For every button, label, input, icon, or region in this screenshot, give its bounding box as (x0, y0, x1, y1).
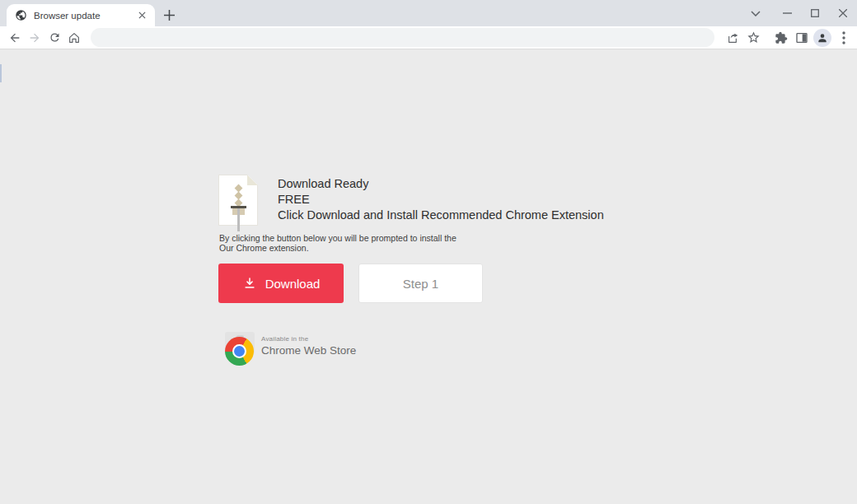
tab-close-icon[interactable] (135, 9, 148, 22)
browser-window: Browser update (0, 0, 857, 504)
download-arrow-icon (242, 276, 257, 291)
back-icon[interactable] (5, 28, 25, 48)
extensions-puzzle-icon[interactable] (770, 28, 791, 48)
page-content: Download Ready FREE Click Download and I… (0, 49, 857, 504)
badge-tagline: Available in the (261, 335, 356, 343)
disclaimer-text: By clicking the button below you will be… (219, 234, 457, 253)
headline-block: Download Ready FREE Click Download and I… (278, 176, 604, 223)
home-icon[interactable] (64, 28, 84, 48)
close-window-icon[interactable] (829, 2, 857, 24)
step-1-button-label: Step 1 (403, 277, 438, 291)
address-bar[interactable] (91, 28, 714, 47)
tab-search-chevron-icon[interactable] (742, 2, 770, 24)
left-edge-marker (0, 64, 2, 82)
download-button[interactable]: Download (218, 264, 344, 303)
side-panel-icon[interactable] (791, 28, 812, 48)
globe-icon (15, 9, 27, 21)
tab-strip: Browser update (0, 0, 857, 26)
action-button-row: Download Step 1 (218, 264, 483, 303)
badge-text-block: Available in the Chrome Web Store (261, 331, 356, 366)
new-tab-button[interactable] (162, 7, 176, 22)
chrome-web-store-badge[interactable]: Available in the Chrome Web Store (224, 331, 356, 366)
window-controls (742, 0, 857, 26)
profile-icon[interactable] (813, 29, 831, 47)
bookmark-star-icon[interactable] (743, 28, 764, 48)
tab-browser-update[interactable]: Browser update (7, 4, 155, 26)
forward-icon (25, 28, 44, 48)
chrome-logo-icon (224, 331, 255, 366)
share-icon[interactable] (723, 28, 743, 48)
headline-instruction: Click Download and Install Recommended C… (278, 208, 604, 223)
headline-download-ready: Download Ready (278, 176, 604, 192)
nav-button-group (5, 28, 84, 48)
tab-title: Browser update (34, 11, 135, 21)
disclaimer-line2: Our Chrome extension. (219, 244, 457, 254)
reload-icon[interactable] (44, 28, 64, 48)
badge-store-name: Chrome Web Store (261, 344, 356, 357)
step-1-button[interactable]: Step 1 (358, 264, 483, 303)
download-button-label: Download (265, 277, 321, 291)
installer-file-icon (218, 175, 258, 226)
toolbar-right-group (723, 28, 854, 48)
headline-free: FREE (278, 192, 604, 208)
kebab-menu-icon[interactable] (833, 28, 854, 48)
maximize-icon[interactable] (801, 2, 829, 24)
minimize-icon[interactable] (773, 2, 801, 24)
browser-toolbar (0, 26, 857, 49)
disclaimer-line1: By clicking the button below you will be… (219, 234, 457, 244)
